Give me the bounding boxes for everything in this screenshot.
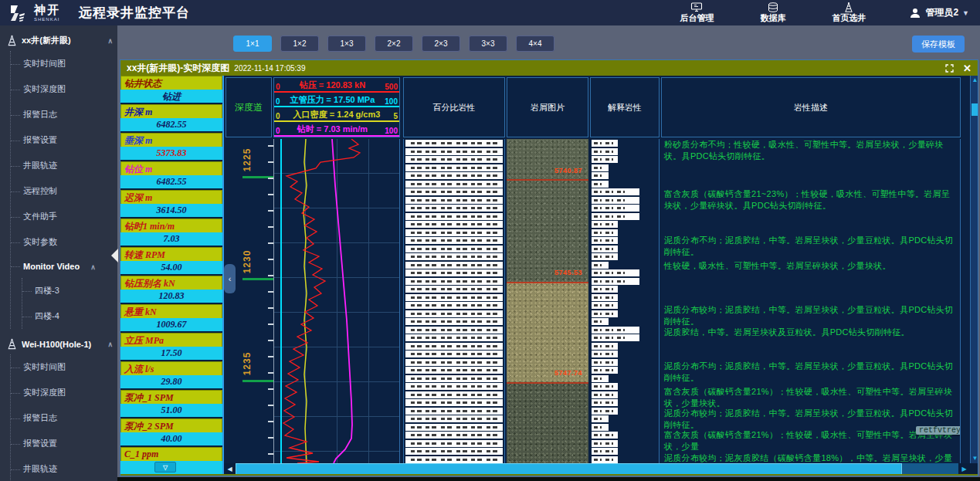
video-item-四楼-4[interactable]: 四楼-4 <box>22 303 117 329</box>
lithology-dash <box>411 378 422 380</box>
parameter-label: 悬重 kN <box>120 304 222 318</box>
lithology-dash <box>471 394 482 396</box>
legend-min: 0 <box>276 127 280 135</box>
window-titlebar[interactable]: xx井(新井眼)-实时深度图 2022-11-14 17:05:39 ✕ <box>120 60 978 76</box>
parameter-box: 井深 m6482.55 <box>120 104 222 133</box>
parameter-value: 6482.55 <box>120 118 222 131</box>
scroll-right-arrow-icon[interactable]: ▶ <box>958 463 970 475</box>
parameter-box: 悬重 kN1009.67 <box>120 304 222 333</box>
shenkai-logo-icon <box>8 4 28 22</box>
track-collapse-handle[interactable]: ‹ <box>224 264 236 293</box>
lithology-dash <box>411 264 422 266</box>
lithology-description: 粉砂质分布不均；性较硬，吸水性、可塑性中等。岩屑呈块状，少量碎块状。具PDC钻头… <box>664 139 957 162</box>
lithology-dash <box>456 215 467 218</box>
sidebar-item-井眼轨迹[interactable]: 井眼轨迹 <box>11 153 117 178</box>
scroll-left-arrow-icon[interactable]: ◀ <box>224 463 236 475</box>
horizontal-scroll-thumb[interactable] <box>236 463 902 475</box>
interp-lithology-bar <box>592 237 618 244</box>
save-template-button[interactable]: 保存模板 <box>912 36 965 53</box>
percent-row <box>405 278 503 285</box>
sidebar-item-实时深度图[interactable]: 实时深度图 <box>11 76 117 102</box>
parameter-label: 钻时1 min/m <box>120 218 222 232</box>
lithology-dash <box>441 459 452 461</box>
lithology-dash <box>487 223 497 225</box>
sidebar-item-报警日志[interactable]: 报警日志 <box>11 102 117 127</box>
percent-row <box>405 448 503 455</box>
lithology-dash <box>487 232 497 234</box>
interp-lithology-bar <box>592 164 609 171</box>
well-name: Wei-H100(Hole-1) <box>22 340 103 349</box>
layout-tab-2×3[interactable]: 2×3 <box>422 36 460 52</box>
layout-tab-4×4[interactable]: 4×4 <box>516 36 554 52</box>
sidebar-item-井眼轨迹[interactable]: 井眼轨迹 <box>11 456 117 481</box>
sidebar-collapse-arrow[interactable] <box>111 249 118 263</box>
lithology-dash <box>605 361 613 364</box>
interp-lithology-bar <box>592 205 639 212</box>
depth-label: 1225 <box>242 143 253 177</box>
sidebar-item-实时参数[interactable]: 实时参数 <box>11 229 117 255</box>
sidebar-item-报警设置[interactable]: 报警设置 <box>11 127 117 153</box>
page-title: 远程录井监控平台 <box>79 4 190 22</box>
well-group-header[interactable]: Wei-H100(Hole-1)∧ <box>0 329 117 354</box>
lithology-dash <box>605 191 613 193</box>
scroll-down-arrow-icon[interactable]: ▼ <box>971 454 978 463</box>
interp-lithology-bar <box>592 399 618 406</box>
close-icon[interactable]: ✕ <box>963 63 972 73</box>
sidebar-item-远程控制[interactable]: 远程控制 <box>11 178 117 204</box>
layout-tab-1×3[interactable]: 1×3 <box>327 36 366 52</box>
video-item-四楼-3[interactable]: 四楼-3 <box>22 278 117 303</box>
lithology-dash <box>471 304 482 307</box>
well-group-header[interactable]: xx井(新井眼)∧ <box>0 25 117 51</box>
parameter-label: 泵冲_2 SPM <box>120 418 222 432</box>
legend-equation: 入口密度 = 1.24 g/cm3 <box>293 109 381 120</box>
lithology-dash <box>487 353 497 355</box>
sidebar-item-报警日志[interactable]: 报警日志 <box>11 405 117 431</box>
nav-backend-management[interactable]: 后台管理 <box>680 2 714 22</box>
layout-tab-1×2[interactable]: 1×2 <box>280 36 319 52</box>
percent-row <box>405 229 503 236</box>
well-name: xx井(新井眼) <box>22 35 103 46</box>
interp-lithology-bar <box>592 302 618 309</box>
lithology-dash <box>441 401 452 404</box>
interp-lithology-bar <box>592 246 618 252</box>
video-group-header[interactable]: Monitor Video∧ <box>11 255 117 278</box>
lithology-dash <box>441 450 452 452</box>
user-menu[interactable]: 管理员2 ▼ <box>909 6 969 19</box>
sidebar-item-报警设置[interactable]: 报警设置 <box>11 431 117 456</box>
sidebar-item-文件助手[interactable]: 文件助手 <box>11 204 117 229</box>
lithology-dash <box>471 207 482 209</box>
scroll-up-arrow-icon[interactable]: ▲ <box>971 76 978 85</box>
cuttings-photo-section <box>507 282 588 382</box>
lithology-dash <box>594 450 602 452</box>
vertical-scroll-thumb[interactable] <box>972 103 978 116</box>
legend-min: 0 <box>276 83 280 91</box>
sidebar-item-实时时间图[interactable]: 实时时间图 <box>11 354 117 380</box>
lithology-dash <box>487 280 497 283</box>
lithology-dash <box>594 345 602 347</box>
lithology-dash <box>471 167 482 169</box>
lithology-dash <box>471 385 482 388</box>
depth-label: 1235 <box>242 347 253 381</box>
sidebar-item-实时深度图[interactable]: 实时深度图 <box>11 380 117 405</box>
lithology-dash <box>487 199 497 202</box>
nav-database[interactable]: 数据库 <box>760 2 785 22</box>
lithology-dash <box>487 215 497 218</box>
lithology-dash <box>605 142 613 144</box>
parameter-value: 钻进 <box>120 90 222 103</box>
layout-tab-1×1[interactable]: 1×1 <box>233 36 272 52</box>
lithology-dash <box>487 378 497 380</box>
lithology-dash <box>426 174 436 177</box>
lithology-dash <box>605 304 613 307</box>
chevron-down-icon: ▼ <box>962 9 969 17</box>
lithology-dash <box>426 434 436 436</box>
maximize-icon[interactable] <box>945 64 954 73</box>
layout-tab-2×2[interactable]: 2×2 <box>375 36 413 52</box>
sidebar-item-实时时间图[interactable]: 实时时间图 <box>11 51 117 76</box>
parameter-dropdown-button[interactable]: ▽ <box>154 462 176 473</box>
layout-tab-3×3[interactable]: 3×3 <box>469 36 507 52</box>
horizontal-scroll-track[interactable] <box>902 463 958 475</box>
lithology-dash <box>487 361 497 364</box>
interp-lithology-bar <box>592 359 618 366</box>
nav-home-well-select[interactable]: 首页选井 <box>832 2 866 22</box>
percent-row <box>405 269 503 276</box>
